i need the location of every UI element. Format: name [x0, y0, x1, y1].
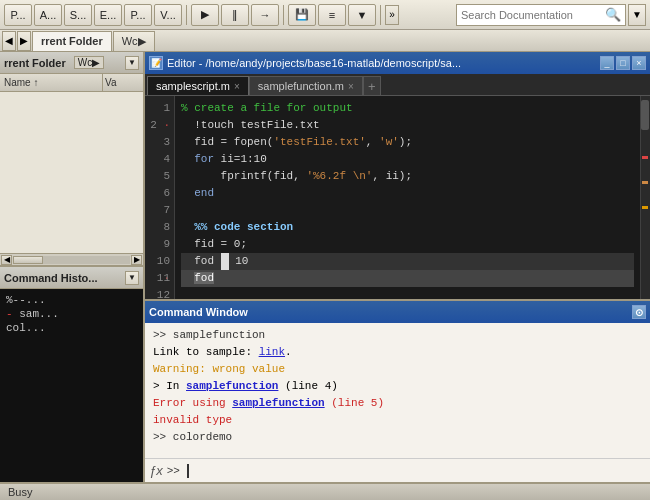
expand-btn[interactable]: »: [385, 5, 399, 25]
code-line-6: end: [181, 185, 634, 202]
panel-collapse-btn[interactable]: ▼: [125, 56, 139, 70]
editor-tab-samplefunction-close[interactable]: ×: [348, 81, 354, 92]
workspace-tab-label[interactable]: Wc▶: [74, 56, 104, 69]
right-panel: 📝 Editor - /home/andy/projects/base16-ma…: [145, 52, 650, 482]
command-window: Command Window ⊙ >> samplefunction Link …: [145, 301, 650, 482]
tab-p1[interactable]: P...: [4, 4, 32, 26]
scroll-track[interactable]: [13, 256, 130, 264]
cmd-line-2: Link to sample: link.: [153, 344, 642, 361]
line-num-2: 2: [145, 117, 174, 134]
line-num-12: 12: [145, 287, 174, 299]
line-num-11: 11: [145, 270, 174, 287]
code-line-2: !touch testFile.txt: [181, 117, 634, 134]
error-mark-3: [642, 206, 648, 209]
editor-content: 1 2 3 4 5 6 7 8 9 10 11 12 % create a fi…: [145, 96, 650, 299]
line-num-8: 8: [145, 219, 174, 236]
file-table-header: Name ↑ Va: [0, 74, 143, 92]
cmd-window-titlebar: Command Window ⊙: [145, 301, 650, 323]
error-mark-1: [642, 156, 648, 159]
line-num-10: 10: [145, 253, 174, 270]
editor-new-tab[interactable]: +: [363, 76, 381, 95]
scroll-left[interactable]: ◀: [1, 255, 12, 265]
line-num-3: 3: [145, 134, 174, 151]
scroll-right[interactable]: ▶: [131, 255, 142, 265]
tool-btn1[interactable]: ≡: [318, 4, 346, 26]
nav-forward[interactable]: ▶: [17, 31, 31, 51]
status-text: Busy: [8, 486, 32, 498]
debug-btn1[interactable]: ‖: [221, 4, 249, 26]
search-box[interactable]: 🔍: [456, 4, 626, 26]
tab-v[interactable]: V...: [154, 4, 182, 26]
editor-section: 📝 Editor - /home/andy/projects/base16-ma…: [145, 52, 650, 301]
editor-icon: 📝: [149, 56, 163, 70]
editor-tab-samplescript[interactable]: samplescript.m ×: [147, 76, 249, 95]
toolbar-separator3: [380, 5, 381, 25]
cmd-line-5: Error using samplefunction (line 5): [153, 395, 642, 412]
cmd-history-collapse[interactable]: ▼: [125, 271, 139, 285]
search-icon-button[interactable]: 🔍: [605, 7, 621, 22]
toolbar: P... A... S... E... P... V... ▶ ‖ → 💾 ≡ …: [0, 0, 650, 30]
error-mark-2: [642, 181, 648, 184]
line-num-4: 4: [145, 151, 174, 168]
main-area: rrent Folder Wc▶ ▼ Name ↑ Va ◀ ▶ Command: [0, 52, 650, 482]
editor-scroll-thumb[interactable]: [641, 100, 649, 130]
name-column-header[interactable]: Name ↑: [0, 74, 103, 91]
editor-tabs: samplescript.m × samplefunction.m × +: [145, 74, 650, 96]
code-line-5: fprintf(fid, '%6.2f \n', ii);: [181, 168, 634, 185]
samplefunction-link-2[interactable]: samplefunction: [232, 397, 324, 409]
code-line-7: [181, 202, 634, 219]
scroll-thumb[interactable]: [13, 256, 43, 264]
history-item-1[interactable]: %--...: [2, 293, 141, 307]
link-text[interactable]: link: [259, 346, 285, 358]
left-panel: rrent Folder Wc▶ ▼ Name ↑ Va ◀ ▶ Command: [0, 52, 145, 482]
code-line-3: fid = fopen('testFile.txt', 'w');: [181, 134, 634, 151]
history-item-3[interactable]: col...: [2, 321, 141, 335]
cmd-input-area[interactable]: ƒx >>: [145, 458, 650, 482]
tab-e[interactable]: E...: [94, 4, 122, 26]
search-input[interactable]: [461, 9, 605, 21]
code-line-10: fod 10: [181, 253, 634, 270]
editor-maximize[interactable]: □: [616, 56, 630, 70]
cmd-line-1: >> samplefunction: [153, 327, 642, 344]
line-num-7: 7: [145, 202, 174, 219]
line-num-6: 6: [145, 185, 174, 202]
code-line-9: fid = 0;: [181, 236, 634, 253]
tool-btn2[interactable]: ▼: [348, 4, 376, 26]
nav-back[interactable]: ◀: [2, 31, 16, 51]
cmd-window-expand[interactable]: ⊙: [632, 305, 646, 319]
run-button[interactable]: ▶: [191, 4, 219, 26]
statusbar: Busy: [0, 482, 650, 500]
editor-close[interactable]: ×: [632, 56, 646, 70]
value-column-header[interactable]: Va: [103, 74, 143, 91]
nav-tab-workspace[interactable]: Wc▶: [113, 31, 155, 51]
history-item-2[interactable]: sam...: [2, 307, 141, 321]
samplefunction-link-1[interactable]: samplefunction: [186, 380, 278, 392]
line-num-9: 9: [145, 236, 174, 253]
code-line-8: %% code section: [181, 219, 634, 236]
cmd-window-content[interactable]: >> samplefunction Link to sample: link. …: [145, 323, 650, 458]
tab-s[interactable]: S...: [64, 4, 92, 26]
editor-tab-samplescript-close[interactable]: ×: [234, 81, 240, 92]
tab-a[interactable]: A...: [34, 4, 62, 26]
file-browser-header: rrent Folder Wc▶ ▼: [0, 52, 143, 74]
line-num-5: 5: [145, 168, 174, 185]
code-area[interactable]: % create a file for output !touch testFi…: [175, 96, 640, 299]
cmd-history-content: %--... sam... col...: [0, 289, 143, 482]
code-line-11: fod: [181, 270, 634, 287]
cmd-history-title: Command Histo...: [4, 272, 98, 284]
editor-tab-samplefunction[interactable]: samplefunction.m ×: [249, 76, 363, 95]
cmd-prompt-symbol: >>: [167, 465, 187, 477]
filter-button[interactable]: ▼: [628, 4, 646, 26]
editor-tab-samplefunction-label: samplefunction.m: [258, 80, 344, 92]
save-btn[interactable]: 💾: [288, 4, 316, 26]
line-numbers: 1 2 3 4 5 6 7 8 9 10 11 12: [145, 96, 175, 299]
toolbar-separator: [186, 5, 187, 25]
horizontal-scrollbar[interactable]: ◀ ▶: [0, 253, 143, 265]
debug-btn2[interactable]: →: [251, 4, 279, 26]
cmd-line-4: > In samplefunction (line 4): [153, 378, 642, 395]
cmd-line-7: >> colordemo: [153, 429, 642, 446]
tab-p2[interactable]: P...: [124, 4, 152, 26]
editor-minimize[interactable]: _: [600, 56, 614, 70]
editor-scrollbar[interactable]: [640, 96, 650, 299]
nav-tab-current-folder[interactable]: rrent Folder: [32, 31, 112, 51]
